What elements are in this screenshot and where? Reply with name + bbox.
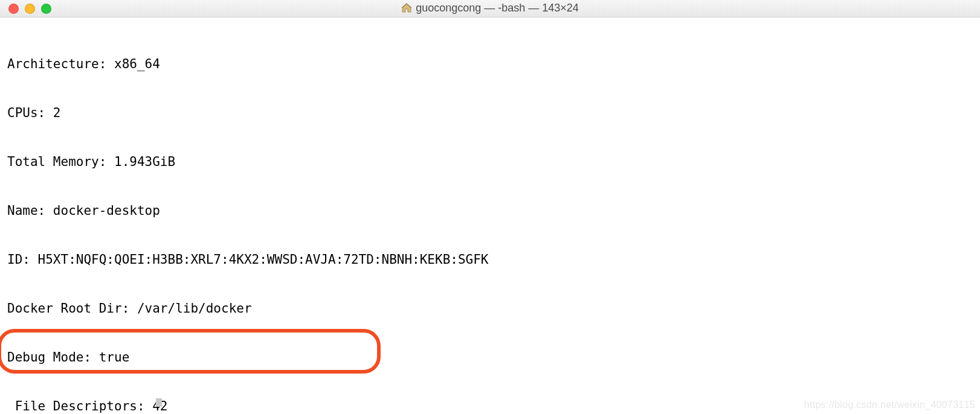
terminal-line: Name: docker-desktop <box>7 203 973 219</box>
terminal-line: Debug Mode: true <box>7 349 973 366</box>
close-button[interactable] <box>8 4 19 14</box>
terminal-line: Architecture: x86_64 <box>7 56 973 72</box>
terminal-line: Docker Root Dir: /var/lib/docker <box>7 301 973 317</box>
minimize-button[interactable] <box>25 4 35 14</box>
house-icon <box>401 3 412 16</box>
watermark-text: https://blog.csdn.net/weixin_40073115 <box>804 400 975 410</box>
terminal-line: CPUs: 2 <box>7 105 973 121</box>
window-title-text: guocongcong — -bash — 143×24 <box>416 2 579 14</box>
terminal-line: Total Memory: 1.943GiB <box>7 154 973 170</box>
traffic-lights <box>0 4 51 14</box>
terminal-line: ID: H5XT:NQFQ:QOEI:H3BB:XRL7:4KX2:WWSD:A… <box>7 252 973 268</box>
window-titlebar: guocongcong — -bash — 143×24 <box>0 0 980 18</box>
zoom-button[interactable] <box>41 4 51 14</box>
scrollbar-stub <box>156 398 162 407</box>
window-title: guocongcong — -bash — 143×24 <box>0 2 980 16</box>
terminal-output[interactable]: Architecture: x86_64 CPUs: 2 Total Memor… <box>0 18 980 414</box>
